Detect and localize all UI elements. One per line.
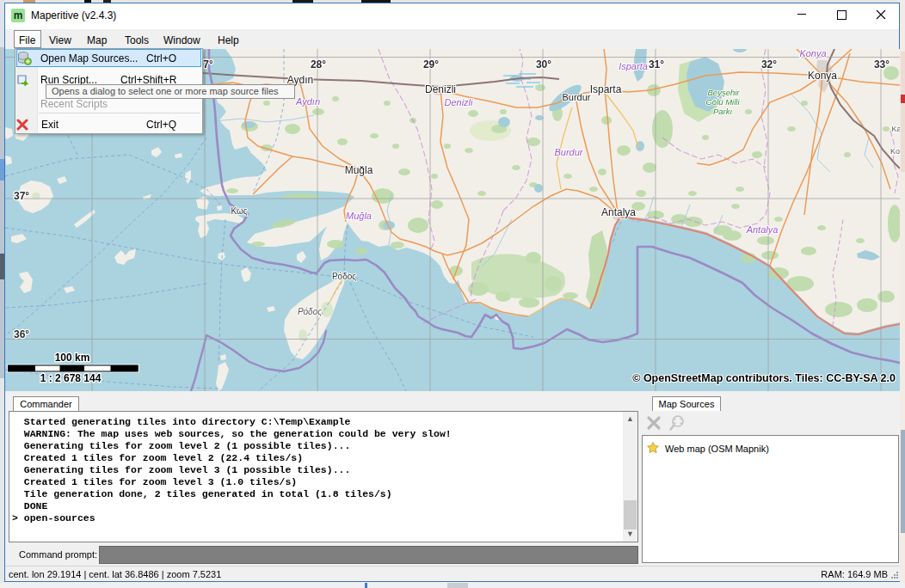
svg-text:Denizli: Denizli (444, 97, 473, 107)
svg-text:Isparta: Isparta (619, 61, 648, 71)
svg-text:Ρόδος: Ρόδος (332, 272, 356, 281)
svg-text:Denizli: Denizli (425, 83, 456, 95)
svg-text:29°: 29° (423, 58, 439, 70)
svg-text:33°: 33° (874, 58, 890, 70)
svg-text:Parkı: Parkı (713, 107, 733, 116)
svg-text:Muğla: Muğla (346, 211, 372, 221)
svg-text:Isparta: Isparta (590, 83, 622, 95)
svg-text:Kon: Kon (890, 147, 900, 156)
svg-text:Ka: Ka (891, 125, 900, 133)
svg-text:32°: 32° (761, 58, 777, 70)
svg-text:Konya: Konya (799, 49, 826, 58)
svg-text:Κως: Κως (231, 206, 247, 216)
svg-text:28°: 28° (311, 58, 326, 70)
svg-text:© OpenStreetMap contributors.: © OpenStreetMap contributors. Tiles: CC-… (632, 372, 896, 384)
svg-text:Ρόδος: Ρόδος (298, 307, 322, 316)
svg-text:31°: 31° (649, 58, 664, 70)
svg-text:Beyşehir: Beyşehir (708, 88, 741, 97)
svg-text:Burdur: Burdur (562, 92, 590, 102)
svg-text:Burdur: Burdur (554, 147, 583, 157)
svg-text:100 km: 100 km (55, 352, 90, 364)
svg-text:Konya: Konya (808, 70, 837, 82)
svg-text:30°: 30° (536, 58, 551, 70)
svg-text:37°: 37° (14, 190, 29, 202)
svg-text:1 : 2 678 144: 1 : 2 678 144 (40, 372, 102, 384)
svg-text:36°: 36° (14, 328, 29, 340)
svg-text:Gölü Milli: Gölü Milli (705, 97, 740, 107)
svg-text:Antalya: Antalya (601, 206, 636, 218)
svg-text:7°: 7° (203, 58, 213, 70)
svg-text:Aydın: Aydın (295, 96, 320, 107)
svg-text:Antalya: Antalya (746, 224, 779, 235)
svg-text:Muğla: Muğla (345, 164, 373, 176)
